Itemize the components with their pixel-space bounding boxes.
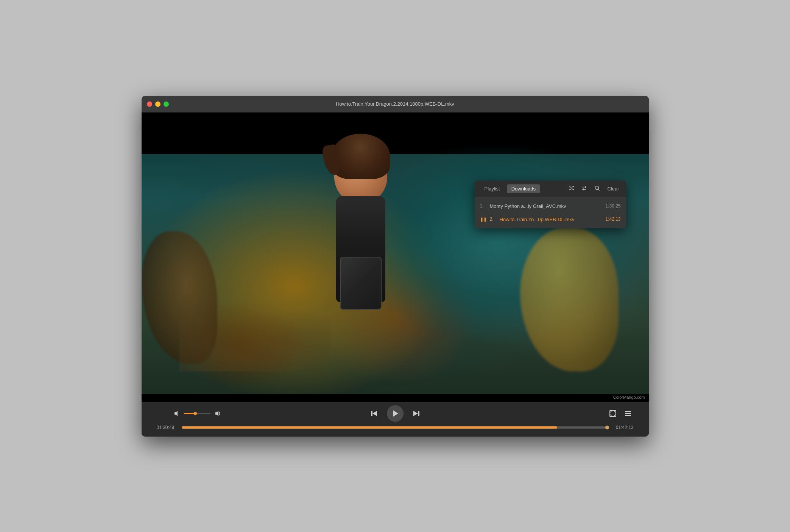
volume-fill xyxy=(184,413,195,414)
pause-indicator: ❚❚ xyxy=(480,217,487,222)
playlist-panel: Playlist Downloads xyxy=(475,181,626,228)
svg-marker-7 xyxy=(418,411,419,416)
progress-row: 01:30:49 01:42:13 xyxy=(157,425,634,430)
video-area[interactable]: Playlist Downloads xyxy=(142,112,649,402)
svg-marker-4 xyxy=(371,411,372,416)
fullscreen-button[interactable] xyxy=(607,408,619,419)
tab-downloads[interactable]: Downloads xyxy=(507,184,540,193)
volume-icon-button[interactable] xyxy=(172,409,182,418)
tab-playlist[interactable]: Playlist xyxy=(480,184,505,193)
playlist-items: 1. Monty Python a...ly Grail_AVC.mkv 1:3… xyxy=(475,197,626,228)
playlist-header: Playlist Downloads xyxy=(475,181,626,197)
progress-slider[interactable] xyxy=(182,426,609,429)
item-name: Monty Python a...ly Grail_AVC.mkv xyxy=(490,203,600,209)
shuffle-icon xyxy=(569,185,575,191)
video-scene xyxy=(142,112,649,402)
progress-handle xyxy=(605,426,609,429)
svg-line-1 xyxy=(598,189,600,190)
maximize-button[interactable] xyxy=(164,101,169,107)
next-button[interactable] xyxy=(411,408,422,419)
item-duration: 1:30:25 xyxy=(605,203,620,209)
char-body xyxy=(336,196,385,302)
close-button[interactable] xyxy=(147,101,152,107)
playlist-icon xyxy=(624,409,632,418)
char-armor xyxy=(340,257,382,310)
char-hair-side xyxy=(321,144,341,176)
right-controls xyxy=(607,408,634,419)
main-character xyxy=(319,141,402,338)
svg-point-0 xyxy=(595,186,599,189)
playlist-icons: Clear xyxy=(567,184,620,193)
item-duration: 1:42:13 xyxy=(605,217,620,222)
svg-marker-6 xyxy=(393,410,398,417)
svg-marker-8 xyxy=(413,411,418,416)
watermark-text: ColorMango.com xyxy=(613,395,645,399)
volume-down-icon xyxy=(173,410,180,417)
prev-button[interactable] xyxy=(368,408,379,419)
char-hair xyxy=(331,134,390,179)
svg-marker-2 xyxy=(175,411,178,416)
traffic-lights xyxy=(147,101,169,107)
playback-controls xyxy=(368,405,422,422)
volume-slider[interactable] xyxy=(184,413,210,414)
volume-up-icon xyxy=(214,410,221,417)
crowd-bg xyxy=(179,296,331,371)
playlist-item-active[interactable]: ❚❚ 2. How.to.Train.Yo...0p.WEB-DL.mkv 1:… xyxy=(475,213,626,226)
volume-section xyxy=(172,409,223,418)
item-name: How.to.Train.Yo...0p.WEB-DL.mkv xyxy=(500,217,600,222)
svg-marker-3 xyxy=(215,411,218,416)
letterbox-bottom xyxy=(142,394,649,402)
repeat-icon xyxy=(581,185,587,191)
search-button[interactable] xyxy=(593,184,602,193)
volume-up-button[interactable] xyxy=(213,409,223,418)
minimize-button[interactable] xyxy=(155,101,160,107)
title-bar: How.to.Train.Your.Dragon.2.2014.1080p.WE… xyxy=(142,96,649,112)
app-window: How.to.Train.Your.Dragon.2.2014.1080p.WE… xyxy=(142,96,649,437)
controls-bar: 01:30:49 01:42:13 xyxy=(142,402,649,437)
repeat-button[interactable] xyxy=(580,184,589,193)
prev-icon xyxy=(369,409,378,418)
play-icon xyxy=(391,409,399,418)
play-pause-button[interactable] xyxy=(387,405,404,422)
item-number: 1. xyxy=(480,203,488,209)
item-number: 2. xyxy=(490,217,497,222)
clear-button[interactable]: Clear xyxy=(606,185,620,192)
bg-char-right xyxy=(520,228,619,371)
svg-rect-9 xyxy=(610,410,616,417)
total-time: 01:42:13 xyxy=(613,425,634,430)
volume-handle xyxy=(194,412,197,415)
window-title: How.to.Train.Your.Dragon.2.2014.1080p.WE… xyxy=(336,101,454,107)
playlist-item[interactable]: 1. Monty Python a...ly Grail_AVC.mkv 1:3… xyxy=(475,200,626,213)
next-icon xyxy=(413,409,421,418)
playlist-toggle-button[interactable] xyxy=(622,408,634,419)
progress-fill xyxy=(182,426,558,429)
svg-marker-5 xyxy=(372,411,377,416)
shuffle-button[interactable] xyxy=(567,184,576,193)
current-time: 01:30:49 xyxy=(157,425,177,430)
controls-main xyxy=(157,405,634,422)
fullscreen-icon xyxy=(609,409,617,418)
watermark: ColorMango.com xyxy=(613,395,645,399)
search-icon xyxy=(594,185,600,191)
